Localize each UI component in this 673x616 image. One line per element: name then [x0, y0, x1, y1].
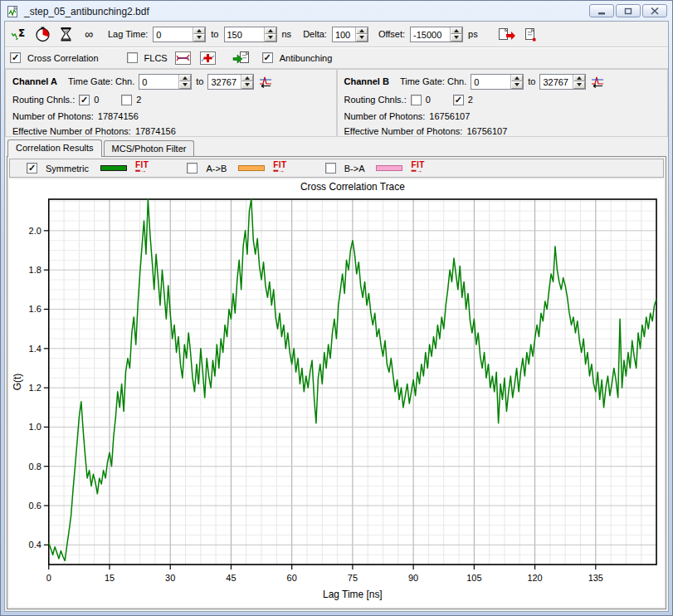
- spin-buttons[interactable]: [573, 75, 585, 89]
- spin-buttons[interactable]: [510, 75, 523, 89]
- photons-value: 16756107: [429, 111, 470, 121]
- routing-2-label[interactable]: 2: [136, 95, 141, 105]
- flcs-curves-button[interactable]: [174, 50, 193, 66]
- a-to-b-checkbox[interactable]: [187, 163, 198, 174]
- time-gate-icon[interactable]: [590, 75, 605, 88]
- lag-to-spin-buttons[interactable]: [264, 27, 276, 42]
- b-to-a-label[interactable]: B->A: [344, 164, 365, 174]
- gate-to-label: to: [196, 76, 203, 86]
- tab-mcs-photon-filter[interactable]: MCS/Photon Filter: [104, 140, 195, 156]
- channel-b-routing-2-checkbox[interactable]: ✓: [453, 95, 464, 105]
- time-gate-label: Time Gate: Chn.: [68, 76, 134, 86]
- fit-symmetric-button[interactable]: FIT ▪▪▪→: [135, 162, 149, 174]
- infinite-time-button[interactable]: ∞: [80, 26, 98, 42]
- routing-0-label[interactable]: 0: [94, 95, 99, 105]
- gate-from-value[interactable]: 0: [139, 75, 178, 89]
- lag-to-spinbox[interactable]: 150: [224, 27, 277, 42]
- flcs-add-button[interactable]: [199, 50, 217, 66]
- svg-text:0: 0: [46, 573, 51, 583]
- app-window: _step_05_antibunching2.bdf Σ: [0, 0, 673, 616]
- gate-to-value[interactable]: 32767: [208, 75, 241, 89]
- correlate-button[interactable]: Σ: [10, 26, 28, 42]
- flcs-label[interactable]: FLCS: [144, 53, 168, 63]
- lag-to-value[interactable]: 150: [225, 27, 264, 42]
- lag-from-spin-buttons[interactable]: [193, 27, 205, 42]
- routing-2-label[interactable]: 2: [468, 95, 473, 105]
- svg-text:120: 120: [527, 573, 542, 583]
- delta-spin-buttons[interactable]: [355, 27, 368, 42]
- svg-text:135: 135: [588, 573, 603, 583]
- svg-text:15: 15: [105, 573, 115, 583]
- export-button[interactable]: [498, 26, 516, 42]
- window-controls: [589, 4, 667, 17]
- svg-text:1.8: 1.8: [29, 265, 41, 275]
- gate-from-value[interactable]: 0: [471, 75, 510, 89]
- spin-buttons[interactable]: [178, 75, 191, 89]
- delta-value[interactable]: 100: [333, 27, 355, 42]
- channel-b-routing-0-checkbox[interactable]: [411, 95, 422, 105]
- flcs-add-icon: [200, 51, 216, 65]
- window-title: _step_05_antibunching2.bdf: [24, 6, 149, 17]
- svg-text:105: 105: [466, 573, 481, 583]
- antibunching-label[interactable]: Antibunching: [280, 53, 333, 63]
- channel-a-routing-0-checkbox[interactable]: ✓: [79, 95, 90, 105]
- lag-to-label: to: [211, 29, 218, 39]
- fit-b-to-a-button[interactable]: FIT ▪▪▪→: [411, 162, 425, 174]
- channel-b-gate-from-spinbox[interactable]: 0: [471, 74, 524, 90]
- tab-correlation-results[interactable]: Correlation Results: [7, 139, 102, 157]
- symmetric-checkbox[interactable]: ✓: [27, 163, 37, 174]
- svg-text:45: 45: [226, 573, 236, 583]
- time-window-button[interactable]: [33, 26, 51, 42]
- time-gate-icon[interactable]: [258, 75, 273, 88]
- cross-correlation-label[interactable]: Cross Correlation: [27, 53, 99, 63]
- routing-0-label[interactable]: 0: [426, 95, 431, 105]
- svg-text:1.2: 1.2: [29, 383, 41, 393]
- lag-from-spinbox[interactable]: 0: [153, 27, 206, 42]
- wait-button[interactable]: [56, 26, 75, 42]
- window-body: Σ ∞: [4, 21, 669, 612]
- channel-a-gate-to-spinbox[interactable]: 32767: [207, 74, 254, 90]
- svg-text:90: 90: [408, 573, 418, 583]
- svg-text:2.0: 2.0: [29, 226, 41, 236]
- correlate-sigma-icon: Σ: [11, 27, 27, 42]
- svg-text:30: 30: [165, 573, 175, 583]
- gate-to-value[interactable]: 32767: [540, 75, 573, 89]
- a-to-b-label[interactable]: A->B: [206, 164, 227, 174]
- offset-spinbox[interactable]: -15000: [410, 27, 463, 42]
- time-gate-label: Time Gate: Chn.: [400, 76, 466, 86]
- antibunching-checkbox[interactable]: ✓: [262, 52, 273, 63]
- lag-from-value[interactable]: 0: [154, 27, 193, 42]
- svg-text:Lag Time [ns]: Lag Time [ns]: [323, 589, 383, 600]
- legend-b-to-a: B->A FIT ▪▪▪→: [325, 162, 425, 174]
- eff-photons-value: 17874156: [135, 126, 176, 136]
- trace-legend-bar: ✓ Symmetric FIT ▪▪▪→ A->B FIT ▪▪▪→: [9, 159, 664, 178]
- b-to-a-checkbox[interactable]: [325, 163, 336, 174]
- channel-b-title: Channel B: [344, 76, 389, 86]
- title-bar: _step_05_antibunching2.bdf: [4, 1, 669, 21]
- delta-spinbox[interactable]: 100: [332, 27, 368, 42]
- close-button[interactable]: [642, 4, 667, 17]
- correlation-results-page: ✓ Symmetric FIT ▪▪▪→ A->B FIT ▪▪▪→: [7, 156, 666, 609]
- channel-b-gate-to-spinbox[interactable]: 32767: [539, 74, 586, 90]
- svg-text:0.8: 0.8: [29, 462, 41, 472]
- spin-buttons[interactable]: [241, 75, 253, 89]
- svg-text:G(t): G(t): [12, 374, 23, 391]
- restore-button[interactable]: [616, 4, 641, 17]
- fit-a-to-b-button[interactable]: FIT ▪▪▪→: [273, 162, 287, 174]
- chart-panel: 01530456075901051201350.40.60.81.01.21.4…: [9, 179, 664, 607]
- cross-correlation-checkbox[interactable]: ✓: [10, 52, 21, 63]
- import-button[interactable]: [232, 50, 251, 66]
- channel-a-gate-from-spinbox[interactable]: 0: [139, 74, 192, 90]
- fit-arrow-icon: ▪▪▪→: [273, 168, 284, 174]
- svg-text:1.4: 1.4: [29, 344, 41, 354]
- flcs-checkbox[interactable]: [127, 52, 138, 63]
- minimize-button[interactable]: [589, 4, 614, 17]
- channel-a-routing-2-checkbox[interactable]: [121, 95, 132, 105]
- svg-text:0.4: 0.4: [29, 540, 41, 550]
- offset-value[interactable]: -15000: [411, 27, 450, 42]
- svg-text:Cross Correlation Trace: Cross Correlation Trace: [300, 181, 405, 193]
- export-report-button[interactable]: [521, 26, 539, 42]
- symmetric-label[interactable]: Symmetric: [46, 164, 89, 174]
- offset-spin-buttons[interactable]: [450, 27, 462, 42]
- import-page-arrow-icon: [232, 51, 250, 65]
